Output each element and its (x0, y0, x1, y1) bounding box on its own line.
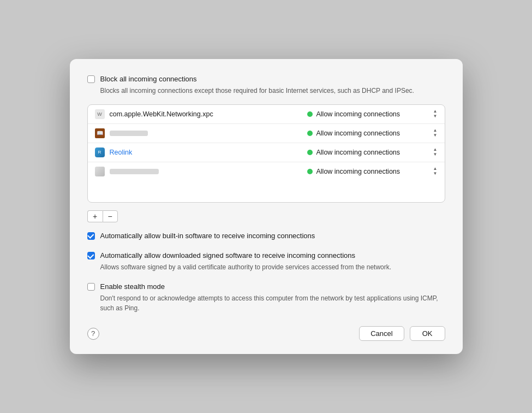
option3-row: Enable stealth mode Don't respond to or … (87, 282, 445, 313)
arrow-down-icon: ▼ (433, 133, 438, 138)
status-green-dot (307, 150, 313, 155)
book-icon: 📖 (94, 128, 105, 139)
status-green-dot (307, 111, 313, 117)
dialog-footer: ? Cancel OK (87, 326, 445, 341)
block-all-row: Block all incoming connections Blocks al… (87, 74, 445, 96)
add-remove-row: + − (87, 210, 445, 222)
arrow-up-icon: ▲ (433, 148, 438, 152)
status-text: Allow incoming connections (316, 129, 426, 137)
ok-button[interactable]: OK (410, 326, 445, 341)
option1-title: Automatically allow built-in software to… (100, 231, 445, 241)
status-stepper[interactable]: ▲ ▼ (433, 128, 438, 138)
table-row: Allow incoming connections ▲ ▼ (88, 162, 445, 181)
arrow-down-icon: ▼ (433, 152, 438, 157)
status-stepper[interactable]: ▲ ▼ (433, 109, 438, 119)
block-all-text: Block all incoming connections Blocks al… (100, 74, 414, 96)
status-green-dot (307, 169, 313, 174)
blurred-app-icon (94, 166, 105, 177)
status-stepper[interactable]: ▲ ▼ (433, 167, 438, 176)
cancel-button[interactable]: Cancel (359, 326, 404, 341)
webkit-icon: W (94, 109, 105, 120)
add-app-button[interactable]: + (87, 210, 103, 222)
remove-app-button[interactable]: − (103, 210, 118, 222)
option3-text: Enable stealth mode Don't respond to or … (100, 282, 445, 313)
option1-text: Automatically allow built-in software to… (100, 231, 445, 241)
arrow-down-icon: ▼ (433, 172, 438, 176)
firewall-options-dialog: Block all incoming connections Blocks al… (70, 59, 463, 355)
option2-text: Automatically allow downloaded signed so… (100, 251, 445, 272)
app-status-area: Allow incoming connections ▲ ▼ (307, 109, 438, 119)
app-name (110, 131, 307, 136)
option2-desc: Allows software signed by a valid certif… (100, 262, 445, 272)
app-name: com.apple.WebKit.Networking.xpc (110, 110, 307, 118)
app-status-area: Allow incoming connections ▲ ▼ (307, 167, 438, 176)
table-row: 📖 Allow incoming connections ▲ ▼ (88, 124, 445, 143)
app-status-area: Allow incoming connections ▲ ▼ (307, 128, 438, 138)
table-row: W com.apple.WebKit.Networking.xpc Allow … (88, 105, 445, 124)
arrow-up-icon: ▲ (433, 167, 438, 171)
arrow-up-icon: ▲ (433, 128, 438, 133)
app-name (110, 169, 307, 174)
block-all-checkbox[interactable] (87, 75, 95, 83)
arrow-up-icon: ▲ (433, 109, 438, 114)
table-row: R Reolink Allow incoming connections ▲ ▼ (88, 143, 445, 162)
option3-desc: Don't respond to or acknowledge attempts… (100, 293, 445, 313)
option3-title: Enable stealth mode (100, 282, 445, 292)
app-name[interactable]: Reolink (110, 149, 307, 156)
help-button[interactable]: ? (87, 328, 99, 340)
arrow-down-icon: ▼ (433, 114, 438, 119)
status-text: Allow incoming connections (316, 168, 426, 175)
option1-row: Automatically allow built-in software to… (87, 231, 445, 241)
apps-table: W com.apple.WebKit.Networking.xpc Allow … (87, 104, 445, 203)
option2-title: Automatically allow downloaded signed so… (100, 251, 445, 261)
option3-checkbox[interactable] (87, 283, 95, 291)
option2-row: Automatically allow downloaded signed so… (87, 251, 445, 272)
status-stepper[interactable]: ▲ ▼ (433, 148, 438, 157)
block-all-desc: Blocks all incoming connections except t… (100, 86, 414, 96)
app-status-area: Allow incoming connections ▲ ▼ (307, 148, 438, 157)
block-all-title: Block all incoming connections (100, 74, 414, 84)
option2-checkbox[interactable] (87, 252, 95, 259)
option1-checkbox[interactable] (87, 232, 95, 240)
reolink-icon: R (94, 147, 105, 158)
footer-buttons: Cancel OK (359, 326, 445, 341)
status-text: Allow incoming connections (316, 110, 426, 118)
status-green-dot (307, 131, 313, 136)
status-text: Allow incoming connections (316, 149, 426, 156)
